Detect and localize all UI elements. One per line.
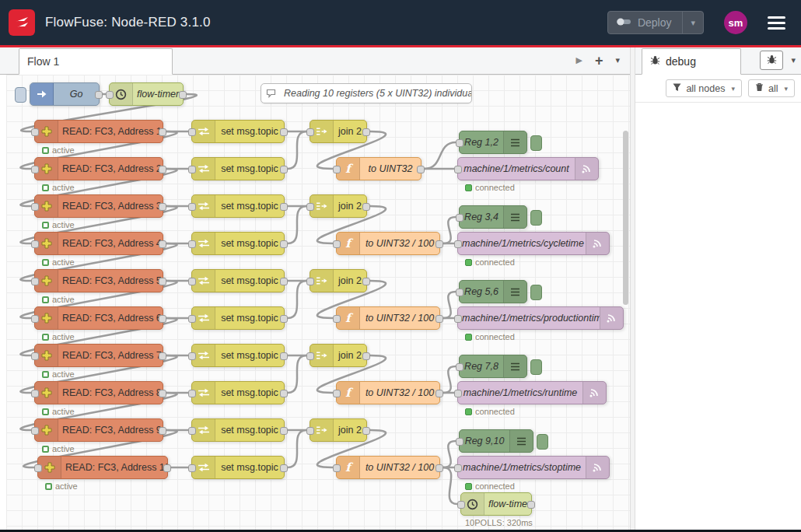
tab-debug[interactable]: debug	[642, 48, 741, 75]
input-port[interactable]	[188, 315, 196, 323]
input-port[interactable]	[34, 464, 42, 472]
output-port[interactable]	[280, 240, 288, 248]
output-port[interactable]	[159, 240, 166, 248]
node-mqtt-2[interactable]: machine/1/metrics/cycletime	[457, 232, 610, 255]
output-port[interactable]	[280, 390, 288, 397]
input-port[interactable]	[31, 128, 39, 136]
input-port[interactable]	[333, 315, 341, 323]
output-port[interactable]	[280, 278, 288, 285]
output-port[interactable]	[435, 240, 443, 248]
output-port[interactable]	[435, 315, 443, 323]
node-read-6[interactable]: READ: FC3, Address 6	[34, 306, 163, 330]
input-port[interactable]	[31, 278, 39, 285]
node-join-2[interactable]: join 2	[310, 194, 367, 218]
output-port[interactable]	[159, 166, 166, 173]
debug-toggle-button[interactable]	[530, 210, 542, 226]
output-port[interactable]	[159, 352, 166, 360]
input-port[interactable]	[188, 464, 196, 472]
node-mqtt-4[interactable]: machine/1/metrics/runtime	[457, 381, 607, 404]
output-port[interactable]	[159, 203, 166, 211]
node-debug-3[interactable]: Reg 5,6	[459, 280, 527, 303]
node-timer-bottom[interactable]: flow-timer	[460, 492, 532, 516]
node-set-4[interactable]: set msg.topic	[191, 232, 285, 255]
input-port[interactable]	[306, 427, 314, 435]
output-port[interactable]	[362, 352, 370, 360]
node-func-5[interactable]: fto UINT32 / 100	[336, 456, 440, 479]
node-join-1[interactable]: join 2	[310, 120, 367, 143]
node-read-10[interactable]: READ: FC3, Address 10	[37, 456, 168, 479]
output-port[interactable]	[417, 166, 425, 173]
input-port[interactable]	[333, 240, 341, 248]
input-port[interactable]	[306, 278, 314, 285]
input-port[interactable]	[31, 166, 39, 173]
input-port[interactable]	[31, 390, 39, 397]
node-func-2[interactable]: fto UINT32 / 100	[336, 232, 440, 255]
node-debug-2[interactable]: Reg 3,4	[459, 205, 527, 229]
output-port[interactable]	[527, 501, 535, 509]
input-port[interactable]	[333, 464, 341, 472]
node-debug-1[interactable]: Reg 1,2	[459, 131, 527, 154]
node-set-6[interactable]: set msg.topic	[191, 306, 285, 330]
node-func-4[interactable]: fto UINT32 / 100	[336, 381, 440, 404]
output-port[interactable]	[362, 278, 370, 285]
node-func-1[interactable]: fto UINT32	[336, 157, 421, 180]
output-port[interactable]	[362, 128, 370, 136]
output-port[interactable]	[280, 128, 288, 136]
node-set-7[interactable]: set msg.topic	[191, 344, 285, 367]
flow-canvas[interactable]: Goflow-timerReading 10 registers (5 x UI…	[6, 75, 630, 530]
input-port[interactable]	[31, 427, 39, 435]
input-port[interactable]	[188, 427, 196, 435]
input-port[interactable]	[188, 278, 196, 285]
input-port[interactable]	[454, 315, 462, 323]
play-icon[interactable]: ▶	[575, 55, 582, 65]
node-read-4[interactable]: READ: FC3, Address 4	[34, 232, 163, 255]
node-func-3[interactable]: fto UINT32 / 100	[336, 306, 440, 330]
input-port[interactable]	[188, 166, 196, 173]
node-read-9[interactable]: READ: FC3, Address 9	[34, 418, 163, 442]
output-port[interactable]	[280, 315, 288, 323]
user-avatar[interactable]: sm	[724, 11, 747, 34]
node-mqtt-5[interactable]: machine/1/metrics/stoptime	[457, 456, 610, 479]
node-comment-1[interactable]: Reading 10 registers (5 x UINT32) indivi…	[261, 83, 472, 103]
node-debug-4[interactable]: Reg 7,8	[459, 355, 527, 378]
inject-button[interactable]	[15, 87, 26, 103]
debug-clear-button[interactable]: all ▾	[748, 79, 795, 97]
input-port[interactable]	[454, 166, 462, 173]
input-port[interactable]	[456, 363, 463, 371]
node-inject-go[interactable]: Go	[30, 82, 100, 106]
output-port[interactable]	[95, 91, 103, 99]
input-port[interactable]	[454, 240, 462, 248]
input-port[interactable]	[306, 203, 314, 211]
node-read-7[interactable]: READ: FC3, Address 7	[34, 344, 163, 367]
flow-list-caret[interactable]: ▾	[615, 55, 620, 65]
node-set-2[interactable]: set msg.topic	[191, 157, 285, 180]
node-read-1[interactable]: READ: FC3, Address 1	[34, 120, 163, 143]
node-set-1[interactable]: set msg.topic	[191, 120, 285, 143]
input-port[interactable]	[333, 390, 341, 397]
input-port[interactable]	[456, 214, 463, 222]
output-port[interactable]	[435, 464, 443, 472]
node-debug-5[interactable]: Reg 9,10	[459, 429, 533, 453]
output-port[interactable]	[159, 427, 166, 435]
output-port[interactable]	[179, 91, 187, 99]
debug-filter-button[interactable]: all nodes ▾	[666, 79, 742, 97]
node-join-4[interactable]: join 2	[310, 344, 367, 367]
node-set-9[interactable]: set msg.topic	[191, 418, 285, 442]
output-port[interactable]	[280, 427, 288, 435]
input-port[interactable]	[457, 501, 465, 509]
node-mqtt-1[interactable]: machine/1/metrics/count	[457, 157, 599, 180]
debug-toggle-button[interactable]	[537, 434, 548, 450]
node-timer-top[interactable]: flow-timer	[109, 82, 184, 106]
debug-toggle-button[interactable]	[530, 135, 542, 151]
output-port[interactable]	[280, 352, 288, 360]
node-read-8[interactable]: READ: FC3, Address 8	[34, 381, 163, 404]
input-port[interactable]	[31, 203, 39, 211]
input-port[interactable]	[454, 464, 462, 472]
output-port[interactable]	[159, 315, 166, 323]
output-port[interactable]	[362, 427, 370, 435]
input-port[interactable]	[31, 240, 39, 248]
output-port[interactable]	[163, 464, 171, 472]
node-read-2[interactable]: READ: FC3, Address 2	[34, 157, 163, 180]
input-port[interactable]	[456, 139, 463, 147]
output-port[interactable]	[280, 203, 288, 211]
